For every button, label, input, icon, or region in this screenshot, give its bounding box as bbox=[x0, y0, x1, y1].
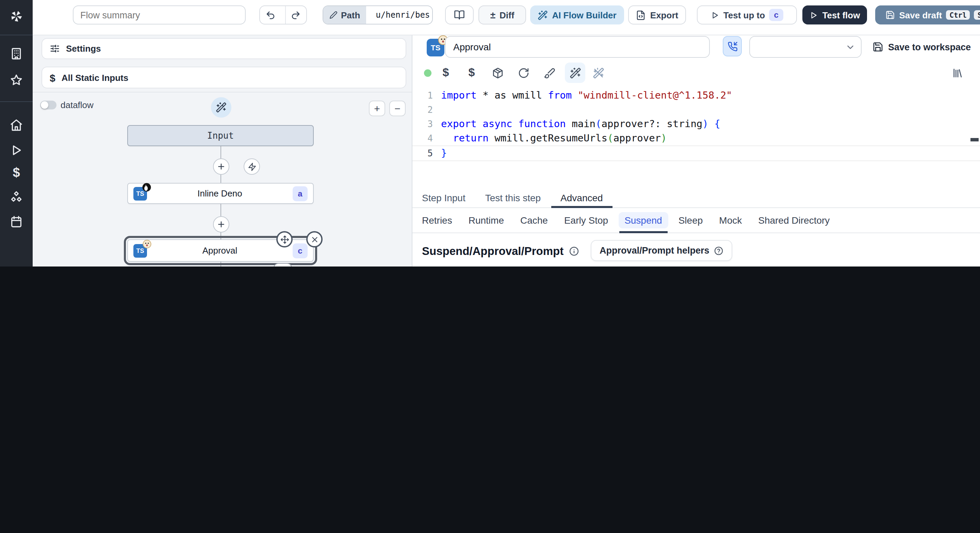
sidebar-item-runs[interactable] bbox=[10, 143, 23, 157]
add-step-button[interactable] bbox=[213, 216, 229, 233]
tab-sleep[interactable]: Sleep bbox=[679, 207, 703, 233]
export-label: Export bbox=[650, 10, 678, 20]
tab-early-stop[interactable]: Early Stop bbox=[564, 207, 608, 233]
flow-summary-input[interactable] bbox=[73, 5, 246, 24]
play-icon bbox=[810, 11, 818, 19]
pencil-icon bbox=[329, 11, 337, 19]
move-icon bbox=[280, 235, 289, 244]
kbd-s: S bbox=[974, 10, 980, 20]
save-draft-button[interactable]: Save draft Ctrl S bbox=[875, 5, 980, 24]
format-brush-icon[interactable] bbox=[542, 65, 557, 80]
diff-label: Diff bbox=[500, 10, 514, 20]
redo-button[interactable] bbox=[285, 6, 306, 24]
diff-button[interactable]: ± Diff bbox=[479, 5, 526, 24]
library-icon[interactable] bbox=[950, 65, 965, 80]
ai-assistant-icon[interactable] bbox=[565, 63, 585, 83]
package-icon[interactable] bbox=[490, 65, 505, 80]
add-trigger-button[interactable] bbox=[243, 159, 260, 175]
deno-icon bbox=[142, 182, 152, 192]
sidebar-item-schedules[interactable] bbox=[10, 215, 23, 228]
sidebar-item-variables[interactable]: $ bbox=[10, 165, 23, 179]
suspend-approval-indicator-button[interactable] bbox=[723, 36, 742, 56]
tab-test-this-step[interactable]: Test this step bbox=[485, 188, 541, 207]
variables-icon[interactable]: $ bbox=[438, 65, 453, 80]
ai-flow-builder-label: AI Flow Builder bbox=[552, 10, 616, 20]
path-button[interactable]: Path u/henri/bes bbox=[323, 5, 433, 24]
file-code-icon bbox=[636, 10, 646, 20]
all-static-inputs-button[interactable]: $ All Static Inputs bbox=[41, 67, 406, 88]
sidebar-item-workspace[interactable] bbox=[10, 47, 23, 60]
move-step-handle[interactable] bbox=[276, 231, 293, 247]
windmill-logo-icon[interactable] bbox=[9, 9, 24, 24]
suspend-approval-badge[interactable] bbox=[274, 263, 292, 266]
dataflow-toggle[interactable] bbox=[40, 101, 56, 109]
undo-button[interactable] bbox=[260, 6, 281, 24]
code-editor[interactable]: 1import * as wmill from "windmill-client… bbox=[412, 83, 980, 188]
script-version-select[interactable] bbox=[749, 36, 862, 58]
dollar-icon: $ bbox=[50, 72, 56, 83]
zoom-out-button[interactable]: − bbox=[389, 101, 406, 116]
info-icon[interactable] bbox=[569, 246, 579, 256]
sidebar-item-home[interactable] bbox=[10, 118, 23, 132]
save-to-workspace-button[interactable]: Save to workspace bbox=[872, 40, 971, 54]
book-icon bbox=[454, 10, 465, 21]
docs-button[interactable] bbox=[445, 5, 474, 24]
test-flow-button[interactable]: Test flow bbox=[802, 5, 867, 24]
sidebar-divider bbox=[0, 101, 33, 102]
resources-icon[interactable]: $ bbox=[464, 65, 479, 80]
node-title: Inline Deno bbox=[147, 188, 293, 198]
reload-icon[interactable] bbox=[516, 65, 531, 80]
suspend-heading: Suspend/Approval/Prompt bbox=[422, 244, 563, 257]
save-draft-label: Save draft bbox=[899, 10, 942, 20]
plus-minus-icon: ± bbox=[490, 10, 495, 21]
wand-icon bbox=[216, 102, 227, 113]
step-name-input[interactable] bbox=[445, 36, 710, 58]
kbd-ctrl: Ctrl bbox=[946, 10, 970, 20]
typescript-icon: TS bbox=[427, 39, 444, 56]
advanced-tabs: Retries Runtime Cache Early Stop Suspend… bbox=[412, 207, 980, 233]
flow-settings-button[interactable]: Settings bbox=[41, 38, 406, 59]
flow-settings-label: Settings bbox=[66, 43, 101, 54]
save-to-workspace-label: Save to workspace bbox=[888, 42, 971, 52]
approval-prompt-helpers-button[interactable]: Approval/Prompt helpers bbox=[591, 240, 733, 261]
ai-flow-builder-button[interactable]: AI Flow Builder bbox=[530, 5, 624, 24]
node-inline-deno[interactable]: TS Inline Deno a bbox=[127, 183, 314, 204]
test-up-to-button[interactable]: Test up to c bbox=[697, 5, 797, 24]
all-static-inputs-label: All Static Inputs bbox=[62, 72, 128, 82]
close-icon bbox=[310, 235, 319, 244]
play-icon bbox=[711, 11, 719, 19]
node-title: Approval bbox=[147, 246, 293, 255]
emoji-face-icon bbox=[142, 239, 152, 249]
export-button[interactable]: Export bbox=[628, 5, 686, 24]
tab-advanced[interactable]: Advanced bbox=[560, 188, 603, 207]
path-value: u/henri/bes bbox=[370, 10, 433, 20]
tab-suspend[interactable]: Suspend bbox=[624, 207, 662, 233]
tab-cache[interactable]: Cache bbox=[520, 207, 548, 233]
tab-retries[interactable]: Retries bbox=[422, 207, 452, 233]
help-circle-icon bbox=[714, 246, 724, 255]
zoom-in-button[interactable]: + bbox=[369, 101, 385, 116]
step-id-badge: c bbox=[293, 243, 308, 258]
node-input-label: Input bbox=[207, 130, 234, 141]
sliders-icon bbox=[50, 43, 60, 54]
tab-shared-directory[interactable]: Shared Directory bbox=[758, 207, 830, 233]
sidebar-item-favorites[interactable] bbox=[10, 73, 23, 87]
flow-graph-panel: Settings $ All Static Inputs dataflow + … bbox=[33, 35, 412, 266]
typescript-icon: TS bbox=[134, 187, 147, 200]
sidebar-item-resources[interactable] bbox=[10, 190, 23, 204]
helpers-label: Approval/Prompt helpers bbox=[600, 246, 710, 255]
scrollbar-marker[interactable] bbox=[970, 138, 978, 141]
save-icon bbox=[886, 10, 895, 20]
ai-disable-icon[interactable] bbox=[591, 65, 606, 80]
test-up-to-step-badge: c bbox=[769, 9, 783, 21]
add-step-button[interactable] bbox=[213, 159, 229, 175]
node-input[interactable]: Input bbox=[127, 125, 314, 146]
wand-icon bbox=[538, 10, 548, 20]
tab-mock[interactable]: Mock bbox=[719, 207, 742, 233]
delete-step-button[interactable] bbox=[306, 231, 323, 247]
tab-runtime[interactable]: Runtime bbox=[469, 207, 504, 233]
test-flow-label: Test flow bbox=[822, 10, 860, 20]
minus-icon: − bbox=[395, 103, 401, 114]
ai-graph-wand-button[interactable] bbox=[211, 97, 231, 117]
tab-step-input[interactable]: Step Input bbox=[422, 188, 466, 207]
